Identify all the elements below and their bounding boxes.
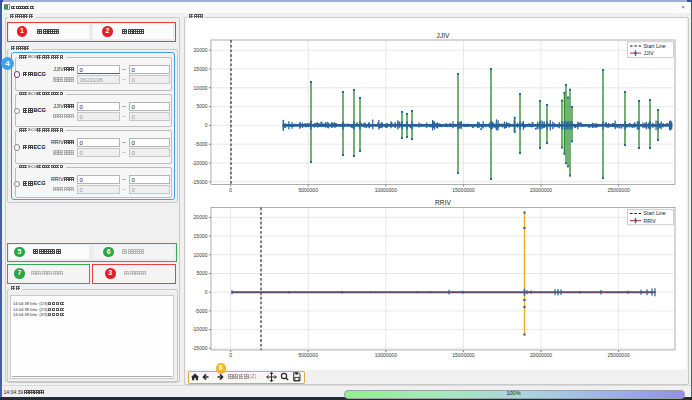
svg-text:-10000: -10000: [192, 326, 208, 332]
svg-text:RRIV: RRIV: [644, 218, 657, 224]
svg-text:RRIV: RRIV: [435, 199, 451, 206]
svg-text:0: 0: [205, 289, 208, 295]
svg-text:20000: 20000: [194, 47, 208, 53]
svg-text:JJIV: JJIV: [644, 50, 655, 56]
svg-text:5000: 5000: [196, 103, 207, 109]
svg-text:-15000: -15000: [192, 179, 208, 185]
svg-text:20000: 20000: [194, 214, 208, 220]
svg-text:5000000: 5000000: [298, 352, 318, 358]
svg-text:0: 0: [205, 122, 208, 128]
svg-text:Start Line: Start Line: [644, 210, 666, 216]
svg-text:20000000: 20000000: [530, 187, 552, 193]
svg-text:10000: 10000: [194, 85, 208, 91]
svg-text:15000: 15000: [194, 66, 208, 72]
svg-text:25000000: 25000000: [607, 352, 629, 358]
svg-text:10000000: 10000000: [375, 187, 397, 193]
svg-text:15000: 15000: [194, 233, 208, 239]
svg-text:-5000: -5000: [195, 308, 208, 314]
svg-text:15000000: 15000000: [452, 352, 474, 358]
svg-text:-15000: -15000: [192, 345, 208, 351]
svg-text:5000: 5000: [196, 270, 207, 276]
svg-text:20000000: 20000000: [530, 352, 552, 358]
svg-text:0: 0: [229, 187, 232, 193]
svg-text:25000000: 25000000: [607, 187, 629, 193]
svg-text:0: 0: [229, 352, 232, 358]
svg-text:15000000: 15000000: [452, 187, 474, 193]
svg-text:-5000: -5000: [195, 141, 208, 147]
svg-text:Start Line: Start Line: [644, 43, 666, 49]
svg-text:5000000: 5000000: [298, 187, 318, 193]
svg-text:JJIV: JJIV: [437, 32, 450, 39]
svg-text:10000000: 10000000: [375, 352, 397, 358]
svg-text:-10000: -10000: [192, 160, 208, 166]
svg-text:10000: 10000: [194, 252, 208, 258]
